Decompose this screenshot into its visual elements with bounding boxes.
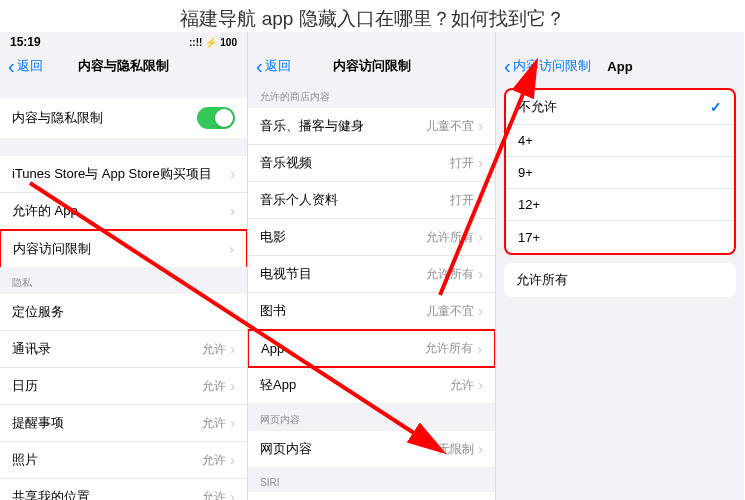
chevron-icon: ›	[229, 241, 234, 257]
status-bar: 15:19 ::!!⚡100	[0, 32, 247, 52]
checkmark-icon: ✓	[710, 99, 722, 115]
chevron-icon: ›	[230, 452, 235, 468]
chevron-icon: ›	[477, 341, 482, 357]
list-item[interactable]: 9+	[506, 157, 734, 189]
item-label: 不允许	[518, 98, 710, 116]
list-item[interactable]: 共享我的位置允许›	[0, 479, 247, 500]
item-value: 允许所有	[426, 229, 474, 246]
list-item[interactable]: 图书儿童不宜›	[248, 293, 495, 330]
item-label: 提醒事项	[12, 414, 202, 432]
toggle-label: 内容与隐私限制	[12, 109, 197, 127]
item-label: 共享我的位置	[12, 488, 202, 500]
toggle-switch[interactable]	[197, 107, 235, 129]
item-value: 无限制	[438, 441, 474, 458]
chevron-icon: ›	[230, 166, 235, 182]
item-value: 允许	[202, 341, 226, 358]
item-label: 音乐个人资料	[260, 191, 450, 209]
item-value: 打开	[450, 155, 474, 172]
list-item[interactable]: 网页内容无限制›	[248, 431, 495, 467]
list-item[interactable]: 不允许✓	[506, 90, 734, 125]
item-label: 图书	[260, 302, 426, 320]
chevron-icon: ›	[478, 192, 483, 208]
status-time: 15:19	[10, 35, 41, 49]
chevron-icon: ›	[478, 155, 483, 171]
item-value: 允许	[202, 415, 226, 432]
item-label: App	[261, 341, 425, 356]
item-label: 网页内容	[260, 440, 438, 458]
privacy-section-header: 隐私	[0, 266, 247, 294]
list-item[interactable]: 4+	[506, 125, 734, 157]
top-group: iTunes Store与 App Store购买项目 › 允许的 App › …	[0, 156, 247, 267]
panels-container: 15:19 ::!!⚡100 返回 内容与隐私限制 内容与隐私限制 iTunes…	[0, 32, 745, 500]
allow-all-row[interactable]: 允许所有	[504, 263, 736, 297]
item-label: 日历	[12, 377, 202, 395]
web-group: 网页内容无限制›	[248, 431, 495, 467]
chevron-icon: ›	[230, 489, 235, 500]
chevron-icon: ›	[230, 378, 235, 394]
content-restrictions-row[interactable]: 内容访问限制 ›	[0, 229, 248, 267]
nav-title-2: 内容访问限制	[333, 57, 411, 75]
panel-3: 内容访问限制 App 不允许✓4+9+12+17+ 允许所有	[496, 32, 744, 500]
item-label: 9+	[518, 165, 722, 180]
item-value: 允许	[450, 377, 474, 394]
list-item[interactable]: 电视节目允许所有›	[248, 256, 495, 293]
list-item[interactable]: 17+	[506, 221, 734, 253]
page-title: 福建导航 app 隐藏入口在哪里？如何找到它？	[0, 0, 745, 32]
panel-1: 15:19 ::!!⚡100 返回 内容与隐私限制 内容与隐私限制 iTunes…	[0, 32, 248, 500]
siri-section-header: SIRI	[248, 467, 495, 492]
nav-bar-2: 返回 内容访问限制	[248, 52, 495, 80]
privacy-group: 定位服务›通讯录允许›日历允许›提醒事项允许›照片允许›共享我的位置允许›蓝牙共…	[0, 294, 247, 500]
status-icons: ::!!⚡100	[189, 37, 237, 48]
list-item[interactable]: 音乐、播客与健身儿童不宜›	[248, 108, 495, 145]
nav-title-3: App	[607, 59, 632, 74]
item-value: 允许所有	[426, 266, 474, 283]
chevron-icon: ›	[230, 203, 235, 219]
age-rating-group: 不允许✓4+9+12+17+	[504, 88, 736, 255]
nav-title-1: 内容与隐私限制	[78, 57, 169, 75]
chevron-icon: ›	[478, 266, 483, 282]
list-item[interactable]: 通讯录允许›	[0, 331, 247, 368]
list-item[interactable]: App允许所有›	[248, 329, 496, 368]
list-item[interactable]: 网页搜索内容允许›	[248, 492, 495, 500]
list-item[interactable]: 定位服务›	[0, 294, 247, 331]
chevron-icon: ›	[478, 441, 483, 457]
back-button[interactable]: 返回	[256, 57, 291, 75]
item-value: 打开	[450, 192, 474, 209]
list-item[interactable]: 提醒事项允许›	[0, 405, 247, 442]
item-value: 儿童不宜	[426, 303, 474, 320]
toggle-group: 内容与隐私限制	[0, 98, 247, 138]
item-value: 允许	[202, 489, 226, 501]
chevron-icon: ›	[230, 341, 235, 357]
list-item[interactable]: 照片允许›	[0, 442, 247, 479]
chevron-icon: ›	[478, 377, 483, 393]
privacy-toggle-row[interactable]: 内容与隐私限制	[0, 98, 247, 138]
list-item[interactable]: 轻App允许›	[248, 367, 495, 403]
allowed-apps-row[interactable]: 允许的 App ›	[0, 193, 247, 230]
item-value: 允许	[202, 452, 226, 469]
chevron-icon: ›	[478, 303, 483, 319]
item-value: 允许所有	[425, 340, 473, 357]
item-value: 允许	[202, 378, 226, 395]
chevron-icon: ›	[230, 304, 235, 320]
back-button[interactable]: 返回	[8, 57, 43, 75]
list-item[interactable]: 音乐视频打开›	[248, 145, 495, 182]
store-section-header: 允许的商店内容	[248, 80, 495, 108]
web-section-header: 网页内容	[248, 403, 495, 431]
item-label: 电视节目	[260, 265, 426, 283]
itunes-row[interactable]: iTunes Store与 App Store购买项目 ›	[0, 156, 247, 193]
store-group: 音乐、播客与健身儿童不宜›音乐视频打开›音乐个人资料打开›电影允许所有›电视节目…	[248, 108, 495, 403]
item-label: 音乐视频	[260, 154, 450, 172]
item-label: 音乐、播客与健身	[260, 117, 426, 135]
chevron-icon: ›	[230, 415, 235, 431]
item-value: 儿童不宜	[426, 118, 474, 135]
chevron-icon: ›	[478, 229, 483, 245]
list-item[interactable]: 日历允许›	[0, 368, 247, 405]
list-item[interactable]: 电影允许所有›	[248, 219, 495, 256]
siri-group: 网页搜索内容允许›儿童不宜用语允许›	[248, 492, 495, 500]
nav-bar-3: 内容访问限制 App	[496, 52, 744, 80]
list-item[interactable]: 音乐个人资料打开›	[248, 182, 495, 219]
list-item[interactable]: 12+	[506, 189, 734, 221]
allow-all-group: 允许所有	[504, 263, 736, 297]
back-button[interactable]: 内容访问限制	[504, 57, 591, 75]
item-label: 通讯录	[12, 340, 202, 358]
